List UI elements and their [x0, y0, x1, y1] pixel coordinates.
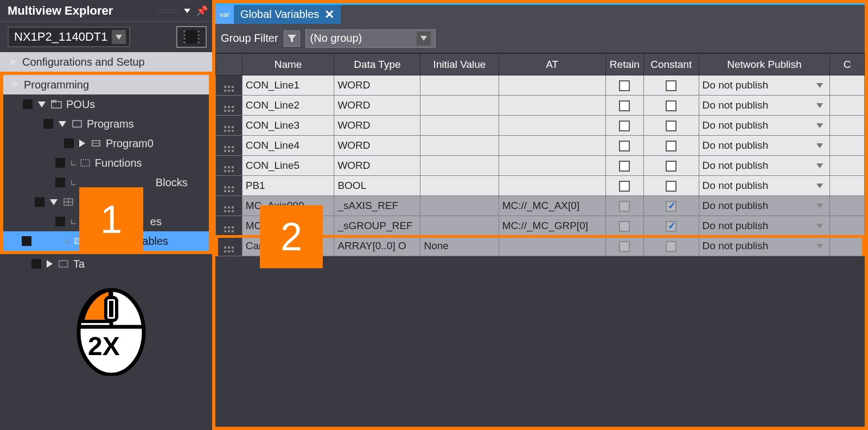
filter-icon[interactable] [284, 30, 300, 47]
tree-configurations[interactable]: Configurations and Setup [0, 52, 212, 72]
row-handle[interactable] [216, 176, 242, 196]
row-handle[interactable] [216, 216, 242, 236]
cell-netpub[interactable]: Do not publish [699, 156, 830, 176]
cell-c[interactable] [830, 216, 865, 236]
col-constant[interactable]: Constant [643, 54, 699, 75]
chevron-down-icon[interactable] [11, 82, 18, 88]
table-row[interactable]: CON_Line1WORDDo not publish [216, 75, 865, 96]
row-handle[interactable] [216, 75, 242, 96]
cell-netpub[interactable]: Do not publish [699, 75, 830, 96]
col-retain[interactable]: Retain [605, 54, 643, 75]
chevron-right-icon[interactable] [47, 260, 53, 268]
cell-constant[interactable] [643, 236, 699, 256]
close-icon[interactable]: ✕ [324, 8, 334, 22]
cell-at[interactable] [499, 156, 605, 176]
tree-program0[interactable]: Program0 [3, 134, 209, 153]
tree-programming[interactable]: Programming [3, 75, 209, 94]
col-name[interactable]: Name [242, 54, 334, 75]
group-select[interactable]: (No group) [305, 29, 436, 48]
cell-netpub[interactable]: Do not publish [699, 216, 830, 236]
cell-c[interactable] [830, 176, 865, 196]
cell-at[interactable] [499, 75, 605, 96]
tree-checkbox[interactable] [55, 217, 65, 226]
cell-initial[interactable] [420, 216, 499, 236]
cell-retain[interactable] [605, 156, 643, 176]
tree-programs[interactable]: Programs [3, 114, 209, 134]
cell-retain[interactable] [605, 176, 643, 196]
chevron-down-icon[interactable] [59, 121, 66, 127]
cell-retain[interactable] [605, 96, 643, 116]
col-netpub[interactable]: Network Publish [699, 54, 830, 75]
tab-global-variables[interactable]: Global Variables ✕ [234, 5, 341, 24]
tree-pous[interactable]: POUs [3, 94, 209, 114]
cell-at[interactable]: MC://_MC_GRP[0] [499, 216, 605, 236]
cell-initial[interactable] [420, 176, 499, 196]
cell-constant[interactable] [643, 96, 699, 116]
cell-at[interactable] [499, 236, 605, 256]
cell-name[interactable]: CON_Line1 [242, 75, 334, 96]
cell-initial[interactable] [420, 156, 499, 176]
row-handle[interactable] [216, 116, 242, 136]
cell-netpub[interactable]: Do not publish [699, 116, 830, 136]
cell-netpub[interactable]: Do not publish [699, 136, 830, 156]
cell-name[interactable]: PB1 [242, 176, 334, 196]
chevron-down-icon[interactable] [50, 199, 58, 205]
cell-initial[interactable] [420, 196, 499, 216]
tree-checkbox[interactable] [31, 259, 41, 269]
cell-constant[interactable] [643, 216, 699, 236]
tree-tasks[interactable]: Ta [0, 254, 212, 274]
pin-icon[interactable]: 📌 [196, 5, 208, 17]
device-select[interactable]: NX1P2_1140DT1 [8, 27, 130, 47]
cell-at[interactable] [499, 176, 605, 196]
cell-datatype[interactable]: WORD [334, 136, 420, 156]
tree-checkbox[interactable] [23, 99, 33, 109]
cell-datatype[interactable]: WORD [334, 156, 420, 176]
tree-checkbox[interactable] [64, 138, 74, 148]
cell-constant[interactable] [643, 196, 699, 216]
cell-netpub[interactable]: Do not publish [699, 236, 830, 256]
table-row[interactable]: CON_Line2WORDDo not publish [216, 96, 865, 116]
cell-constant[interactable] [643, 75, 699, 96]
col-datatype[interactable]: Data Type [334, 54, 420, 75]
cell-constant[interactable] [643, 156, 699, 176]
cell-at[interactable] [499, 136, 605, 156]
cell-constant[interactable] [643, 116, 699, 136]
cell-at[interactable]: MC://_MC_AX[0] [499, 196, 605, 216]
tree-checkbox[interactable] [55, 178, 65, 187]
cell-datatype[interactable]: _sAXIS_REF [334, 196, 420, 216]
cell-datatype[interactable]: ARRAY[0..0] O [334, 236, 420, 256]
cell-c[interactable] [830, 156, 865, 176]
cell-at[interactable] [499, 96, 605, 116]
cell-c[interactable] [830, 196, 865, 216]
table-row[interactable]: CON_Line3WORDDo not publish [216, 116, 865, 136]
device-dropdown-button[interactable] [112, 30, 126, 44]
cell-retain[interactable] [605, 75, 643, 96]
cell-c[interactable] [830, 136, 865, 156]
col-at[interactable]: AT [499, 54, 605, 75]
chevron-down-icon[interactable] [38, 102, 46, 108]
tree-checkbox[interactable] [43, 119, 53, 129]
table-row[interactable]: CON_Line5WORDDo not publish [216, 156, 865, 176]
cell-datatype[interactable]: WORD [334, 116, 420, 136]
cell-retain[interactable] [605, 116, 643, 136]
cell-datatype[interactable]: BOOL [334, 176, 420, 196]
col-initial[interactable]: Initial Value [420, 54, 499, 75]
row-handle[interactable] [216, 156, 242, 176]
chevron-right-icon[interactable] [79, 140, 85, 147]
table-row[interactable]: CON_Line4WORDDo not publish [216, 136, 865, 156]
cell-netpub[interactable]: Do not publish [699, 196, 830, 216]
cell-retain[interactable] [605, 136, 643, 156]
cell-retain[interactable] [605, 196, 643, 216]
cell-at[interactable] [499, 116, 605, 136]
tree-functions[interactable]: ∟ Functions [3, 153, 209, 173]
table-row[interactable]: PB1BOOLDo not publish [216, 176, 865, 196]
cell-c[interactable] [830, 96, 865, 116]
cell-name[interactable]: CON_Line4 [242, 136, 334, 156]
cell-c[interactable] [830, 236, 865, 256]
cell-retain[interactable] [605, 216, 643, 236]
cell-initial[interactable] [420, 96, 499, 116]
cell-retain[interactable] [605, 236, 643, 256]
cell-netpub[interactable]: Do not publish [699, 96, 830, 116]
cell-constant[interactable] [643, 136, 699, 156]
tree-checkbox[interactable] [35, 197, 44, 207]
